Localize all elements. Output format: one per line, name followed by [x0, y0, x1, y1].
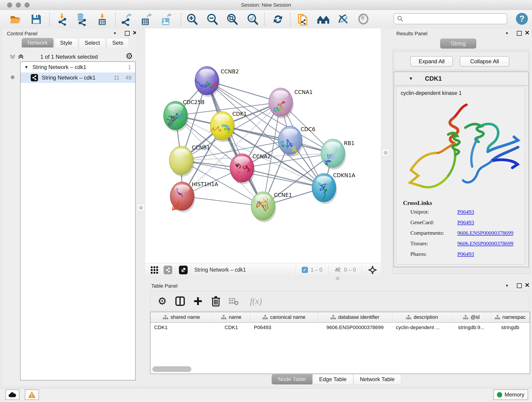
float-panel-menu-icon[interactable]: ▾ — [506, 31, 508, 36]
close-panel-icon[interactable]: ✕ — [525, 29, 530, 36]
hidden-eye-slash-icon[interactable] — [335, 267, 341, 274]
import-network-from-file-button[interactable] — [55, 12, 69, 26]
tab-edge-table[interactable]: Edge Table — [312, 374, 353, 385]
home-button[interactable] — [317, 12, 330, 26]
search-input[interactable] — [404, 16, 507, 22]
create-column-button[interactable] — [192, 295, 204, 307]
bird-eye-view-button[interactable] — [356, 12, 370, 26]
import-network-from-database-button[interactable] — [74, 12, 88, 26]
network-view-title: String Network – cdk1 — [194, 267, 246, 273]
network-collection-row[interactable]: ▼ String Network – cdk1 1 — [21, 62, 135, 72]
crosslink-link[interactable]: P06493 — [457, 251, 474, 257]
import-table-from-file-button[interactable] — [95, 12, 109, 26]
expand-all-button[interactable]: Expand All — [410, 56, 453, 67]
float-panel-icon[interactable] — [125, 31, 130, 36]
column-header-canonical-name[interactable]: canonical name — [250, 312, 318, 322]
tab-string[interactable]: String — [440, 38, 476, 49]
selected-checkbox-icon[interactable]: ✓ — [302, 267, 308, 273]
tab-network[interactable]: Network — [22, 38, 53, 47]
zoom-out-button[interactable] — [205, 12, 219, 26]
export-network-button[interactable] — [119, 12, 133, 26]
float-panel-icon[interactable] — [517, 31, 522, 36]
copy-network-button[interactable] — [296, 12, 310, 26]
delete-column-button[interactable] — [210, 295, 222, 307]
tab-select[interactable]: Select — [79, 38, 106, 47]
network-row[interactable]: String Network – cdk1 11 48 — [21, 72, 135, 83]
help-button[interactable]: ? — [516, 13, 528, 25]
crosslink-row: GeneCard:P06493 — [410, 219, 434, 225]
tab-sets[interactable]: Sets — [107, 38, 129, 47]
column-header-name[interactable]: name — [212, 312, 250, 322]
export-table-button[interactable] — [139, 12, 152, 26]
function-builder-button[interactable]: f(x) — [246, 295, 266, 307]
zoom-selected-icon — [246, 13, 259, 26]
warnings-button[interactable] — [25, 389, 39, 400]
hide-graphics-details-button[interactable] — [336, 12, 350, 26]
column-header-database-identifier[interactable]: database identifier — [318, 312, 392, 322]
string-style-toggle-button[interactable] — [164, 266, 172, 274]
open-session-button[interactable] — [9, 12, 22, 26]
node-CDC6[interactable]: CDC6 — [278, 126, 315, 157]
expander-triangle-icon[interactable]: ▼ — [24, 65, 28, 70]
tab-node-table[interactable]: Node Table — [272, 374, 312, 385]
node-CDKN1A[interactable]: CDKN1A — [312, 172, 355, 204]
close-panel-icon[interactable]: ✕ — [525, 282, 530, 289]
float-panel-icon[interactable] — [517, 283, 522, 288]
crosslink-link[interactable]: 9606.ENSP00000378699 — [457, 240, 513, 247]
crosslink-link[interactable]: 9606.ENSP00000378699 — [457, 230, 513, 236]
crosslink-link[interactable]: P06493 — [457, 219, 474, 225]
show-columns-button[interactable] — [174, 295, 186, 307]
node-CCNE1[interactable]: CCNE1 — [251, 192, 292, 222]
splitter-collapse-handle[interactable] — [382, 149, 389, 156]
splitter-collapse-handle[interactable] — [137, 204, 144, 211]
float-panel-menu-icon[interactable]: ▾ — [506, 283, 508, 288]
fx-icon: f(x) — [250, 296, 262, 306]
node-CCNB1[interactable]: CCNB1 — [169, 145, 210, 177]
node-CCNA2[interactable]: CCNA2 — [230, 153, 271, 184]
node-HIST1H1A[interactable]: HIST1H1A — [170, 181, 218, 212]
column-header-label: database identifier — [338, 314, 380, 320]
open-in-browser-button[interactable] — [179, 266, 188, 274]
table-cell: 9606.ENSP00000378699 — [318, 325, 392, 331]
collapse-entry-triangle-icon[interactable]: ▼ — [409, 76, 413, 81]
toolbar-separator — [362, 265, 362, 274]
refresh-button[interactable] — [271, 12, 285, 26]
zoom-in-button[interactable] — [185, 12, 199, 26]
panel-options-gear-icon[interactable]: ⚙ — [126, 51, 133, 61]
zoom-fit-button[interactable] — [225, 12, 239, 26]
memory-button[interactable]: Memory — [493, 389, 528, 400]
result-entry-header[interactable]: ▼ CDK1 — [394, 72, 528, 86]
tab-network-table[interactable]: Network Table — [353, 374, 401, 385]
splitter-handle-dot[interactable] — [336, 277, 340, 280]
crosslink-link[interactable]: P06493 — [457, 209, 474, 215]
node-CCNB2[interactable]: CCNB2 — [195, 66, 239, 97]
delete-table-button[interactable] — [228, 295, 240, 307]
column-header-label: @id — [471, 314, 480, 320]
table-options-button[interactable]: ⚙ — [156, 295, 168, 307]
column-header-namespac[interactable]: namespac — [491, 312, 530, 322]
column-header-shared-name[interactable]: shared name — [151, 312, 212, 322]
float-panel-menu-icon[interactable]: ▾ — [114, 31, 116, 36]
node-RB1[interactable]: RB1 — [321, 139, 355, 170]
table-row[interactable]: CDK1CDK1P064939606.ENSP00000378699cyclin… — [151, 323, 530, 332]
node-label-CCNB2: CCNB2 — [221, 69, 239, 75]
cloud-status-button[interactable] — [5, 389, 19, 400]
column-header-description[interactable]: description — [392, 312, 452, 322]
collapse-all-button[interactable]: Collapse All — [460, 56, 509, 67]
column-header-at-id[interactable]: @id — [452, 312, 491, 322]
result-entry-body: cyclin-dependent kinase 1 CrossLinks — [396, 87, 525, 264]
horizontal-splitter[interactable] — [145, 276, 381, 281]
edge-CDK1-RB1[interactable] — [222, 126, 333, 153]
vertical-splitter-left[interactable] — [136, 28, 145, 386]
table-horizontal-scrollbar[interactable] — [152, 366, 191, 372]
string-network-graph[interactable]: CCNB2CCNA1CDC25BCDK1CDC6RB1CCNB1CCNA2CDK… — [145, 28, 381, 263]
node-CCNA1[interactable]: CCNA1 — [269, 88, 313, 119]
export-table-icon — [139, 13, 152, 26]
fit-content-crosshair-icon[interactable] — [368, 265, 377, 274]
grid-birdseye-icon[interactable] — [150, 266, 158, 274]
zoom-selected-button[interactable] — [246, 12, 259, 26]
tab-style[interactable]: Style — [54, 38, 78, 47]
save-session-button[interactable] — [29, 12, 43, 26]
export-image-button[interactable] — [159, 12, 173, 26]
network-canvas[interactable]: CCNB2CCNA1CDC25BCDK1CDC6RB1CCNB1CCNA2CDK… — [145, 28, 381, 263]
